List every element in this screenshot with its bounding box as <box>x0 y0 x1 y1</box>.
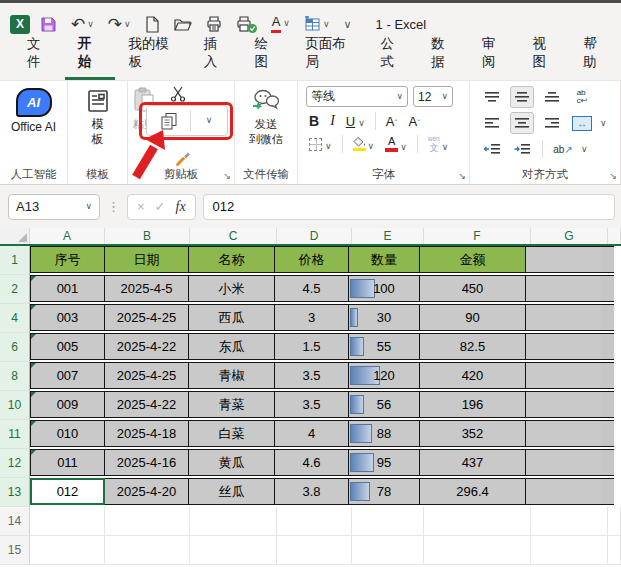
bold-button[interactable]: B <box>306 114 322 128</box>
align-right-button[interactable] <box>540 112 564 134</box>
cell[interactable]: 3.8 <box>274 478 349 505</box>
cell[interactable]: 4.5 <box>274 275 349 302</box>
shrink-font-button[interactable]: Aˇ <box>405 115 423 128</box>
cell[interactable]: 2025-4-5 <box>104 275 189 302</box>
align-center-button[interactable] <box>510 112 534 134</box>
cell[interactable] <box>525 478 602 505</box>
cell[interactable]: 007 <box>30 362 105 389</box>
cell[interactable]: 450 <box>419 275 526 302</box>
cell[interactable]: 001 <box>30 275 105 302</box>
cell[interactable]: 2025-4-25 <box>104 304 189 331</box>
phonetic-guide-button[interactable]: wén文 ∨ <box>425 136 452 152</box>
template-button[interactable]: 模板 <box>68 81 127 147</box>
cell[interactable]: 90 <box>419 304 526 331</box>
cell[interactable]: 2025-4-18 <box>104 420 189 447</box>
row-header-14[interactable]: 14 <box>0 507 30 536</box>
cell[interactable] <box>525 449 602 476</box>
cell[interactable]: 2025-4-22 <box>104 333 189 360</box>
row-header-4[interactable]: 4 <box>0 304 30 333</box>
increase-indent-button[interactable] <box>510 138 534 160</box>
cell[interactable]: 120 <box>348 362 420 389</box>
tab-page-layout[interactable]: 页面布局 <box>292 27 367 80</box>
header-cell[interactable]: 数量 <box>348 246 420 273</box>
cell[interactable] <box>30 536 105 565</box>
cell[interactable]: 白菜 <box>188 420 275 447</box>
cell[interactable]: 352 <box>419 420 526 447</box>
clipboard-dialog-launcher[interactable]: ↘ <box>223 171 231 181</box>
tab-review[interactable]: 审阅 <box>469 27 520 80</box>
cell[interactable]: 青菜 <box>188 391 275 418</box>
cell[interactable]: 003 <box>30 304 105 331</box>
cell[interactable]: 3.5 <box>274 391 349 418</box>
cell[interactable]: 3 <box>274 304 349 331</box>
cell[interactable] <box>277 536 352 565</box>
cell[interactable] <box>525 420 602 447</box>
row-header-13[interactable]: 13 <box>0 478 30 507</box>
chevron-down-icon[interactable]: ∨ <box>358 119 365 128</box>
tab-file[interactable]: 文件 <box>14 27 65 80</box>
copy-dropdown-button[interactable]: ∨ <box>190 110 227 130</box>
underline-button[interactable]: U∨ <box>343 115 368 128</box>
decrease-indent-button[interactable] <box>480 138 504 160</box>
tab-view[interactable]: 视图 <box>520 27 571 80</box>
align-left-button[interactable] <box>480 112 504 134</box>
cell[interactable] <box>608 536 621 565</box>
header-cell[interactable]: 日期 <box>104 246 189 273</box>
cell[interactable]: 30 <box>348 304 420 331</box>
column-header-G[interactable]: G <box>531 228 608 244</box>
cell[interactable]: 西瓜 <box>188 304 275 331</box>
cell[interactable]: 56 <box>348 391 420 418</box>
cell[interactable]: 黄瓜 <box>188 449 275 476</box>
cell[interactable] <box>525 333 602 360</box>
cell[interactable] <box>352 507 424 536</box>
cell[interactable]: 小米 <box>188 275 275 302</box>
cell[interactable] <box>190 536 277 565</box>
font-size-combo[interactable]: 12∨ <box>413 86 453 107</box>
header-cell[interactable]: 序号 <box>30 246 105 273</box>
tab-help[interactable]: 帮助 <box>570 27 621 80</box>
text-orientation-button[interactable]: ab↗ <box>551 138 575 160</box>
cell[interactable]: 010 <box>30 420 105 447</box>
chevron-down-icon[interactable]: ∨ <box>400 143 407 152</box>
cell[interactable]: 011 <box>30 449 105 476</box>
cell[interactable]: 3.5 <box>274 362 349 389</box>
cell[interactable]: 437 <box>419 449 526 476</box>
row-header-6[interactable]: 6 <box>0 333 30 362</box>
chevron-down-icon[interactable]: ∨ <box>368 142 375 151</box>
cell[interactable]: 东瓜 <box>188 333 275 360</box>
row-header-11[interactable]: 11 <box>0 420 30 449</box>
row-header-10[interactable]: 10 <box>0 391 30 420</box>
cell[interactable]: 100 <box>348 275 420 302</box>
align-top-button[interactable] <box>480 86 504 108</box>
office-ai-button[interactable]: AI Office AI <box>0 81 67 135</box>
tab-home[interactable]: 开始 <box>65 27 116 80</box>
cell[interactable]: 95 <box>348 449 420 476</box>
send-to-wechat-button[interactable]: 发送到微信 <box>235 81 297 147</box>
cell[interactable] <box>608 507 621 536</box>
cell[interactable] <box>525 304 602 331</box>
column-header-C[interactable]: C <box>190 228 277 244</box>
cell[interactable]: 78 <box>348 478 420 505</box>
column-header-D[interactable]: D <box>277 228 352 244</box>
cell[interactable]: 4.6 <box>274 449 349 476</box>
cut-button[interactable] <box>170 86 186 106</box>
cell[interactable]: 2025-4-25 <box>104 362 189 389</box>
cancel-icon[interactable]: × <box>137 199 145 214</box>
cell[interactable]: 55 <box>348 333 420 360</box>
column-header-E[interactable]: E <box>352 228 424 244</box>
select-all-corner[interactable] <box>0 228 30 244</box>
font-dialog-launcher[interactable]: ↘ <box>458 171 466 181</box>
cell[interactable] <box>525 246 602 273</box>
enter-icon[interactable]: ✓ <box>155 199 166 214</box>
formula-bar-handle[interactable]: ⋮ <box>107 199 120 214</box>
cell[interactable]: 2025-4-16 <box>104 449 189 476</box>
active-cell[interactable]: 012 <box>30 478 105 505</box>
copy-button[interactable]: ∨ <box>146 105 228 136</box>
cell[interactable]: 196 <box>419 391 526 418</box>
cell[interactable] <box>424 536 531 565</box>
cell[interactable]: 88 <box>348 420 420 447</box>
row-header-15[interactable]: 15 <box>0 536 30 565</box>
grow-font-button[interactable]: Aˆ <box>383 115 401 128</box>
cell[interactable]: 420 <box>419 362 526 389</box>
name-box[interactable]: A13∨ <box>8 194 100 220</box>
